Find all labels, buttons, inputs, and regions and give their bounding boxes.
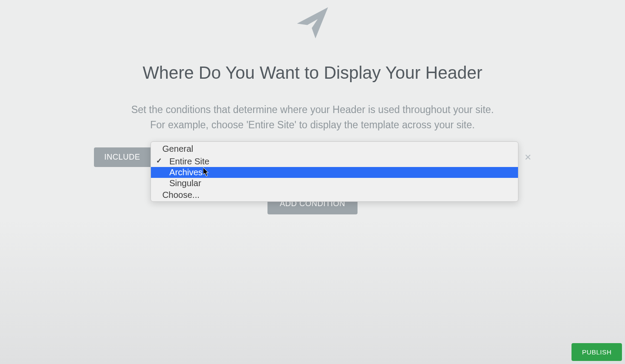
dropdown-choose[interactable]: Choose... [151,189,518,201]
condition-row: INCLUDE General Entire Site Archives Sin… [94,147,531,167]
paper-plane-icon [294,4,331,41]
dropdown-item-archives[interactable]: Archives [151,167,518,178]
description-line-1: Set the conditions that determine where … [131,102,494,117]
dropdown-group-general: General [151,142,518,156]
condition-dropdown: General Entire Site Archives Singular Ch… [150,141,518,202]
modal-title: Where Do You Want to Display Your Header [143,63,482,83]
remove-condition-icon[interactable]: × [525,150,531,164]
dropdown-item-singular[interactable]: Singular [151,178,518,189]
include-button[interactable]: INCLUDE [94,147,151,167]
dropdown-item-entire-site[interactable]: Entire Site [151,156,518,167]
modal-description: Set the conditions that determine where … [131,102,494,132]
description-line-2: For example, choose 'Entire Site' to dis… [131,117,494,133]
publish-button[interactable]: PUBLISH [572,343,622,361]
